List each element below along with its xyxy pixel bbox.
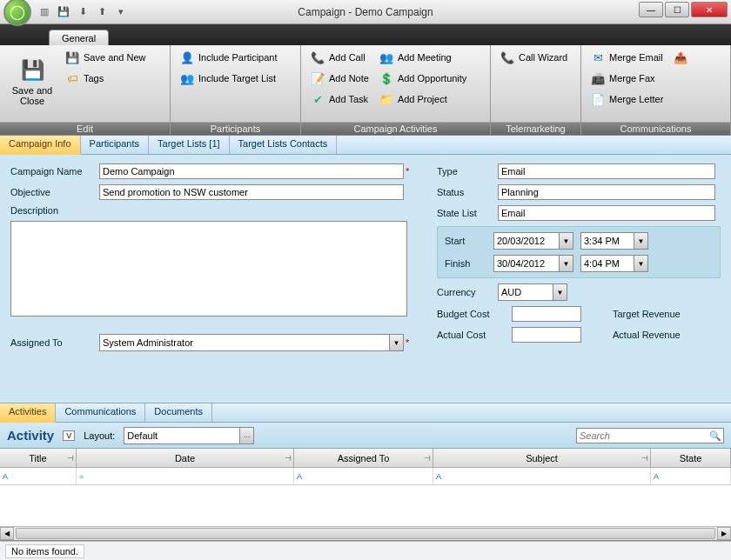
label-budget-cost: Budget Cost	[437, 309, 512, 319]
activity-heading: Activity	[7, 428, 54, 443]
finish-date-picker[interactable]: 30/04/2012▼	[493, 255, 573, 272]
qat-save-icon[interactable]: 💾	[56, 4, 71, 20]
include-target-list-button[interactable]: 👥Include Target List	[176, 69, 282, 88]
label-currency: Currency	[437, 287, 498, 297]
filter-title[interactable]: A	[0, 468, 77, 484]
tab-target-lists[interactable]: Target Lists [1]	[149, 136, 230, 154]
ribbon: 💾 Save and Close 💾Save and New 🏷Tags Edi…	[0, 45, 731, 136]
pin-icon: ⊣	[424, 454, 431, 463]
scroll-left-icon[interactable]: ◀	[0, 527, 14, 540]
titlebar: ◯ ▥ 💾 ⬇ ⬆ ▾ Campaign - Demo Campaign — ☐…	[0, 0, 731, 24]
add-meeting-button[interactable]: 👥Add Meeting	[375, 48, 472, 67]
comm-extra-button[interactable]: 📤	[669, 48, 692, 67]
col-assigned-to[interactable]: Assigned To⊣	[294, 449, 433, 467]
project-icon: 📁	[379, 92, 393, 106]
col-date[interactable]: Date⊣	[77, 449, 294, 467]
merge-email-button[interactable]: ✉Merge Email	[587, 48, 667, 67]
status-input[interactable]	[498, 184, 715, 200]
status-bar: No items found.	[0, 541, 731, 560]
currency-combo[interactable]: AUD▼	[498, 283, 567, 301]
phone-icon: 📞	[311, 50, 325, 64]
save-and-new-button[interactable]: 💾Save and New	[61, 48, 151, 67]
label-campaign-name: Campaign Name	[10, 166, 99, 177]
pin-icon: ⊣	[67, 454, 74, 463]
state-list-input[interactable]	[498, 205, 715, 221]
include-participant-button[interactable]: 👤Include Participant	[176, 48, 282, 67]
fax-icon: 📠	[591, 71, 605, 85]
pin-icon: ⊣	[641, 454, 648, 463]
status-text: No items found.	[5, 544, 84, 558]
scroll-thumb[interactable]	[16, 528, 715, 539]
chevron-down-icon: ▼	[389, 335, 403, 350]
ribbon-tab-general[interactable]: General	[49, 30, 109, 45]
save-and-close-button[interactable]: 💾 Save and Close	[5, 48, 59, 116]
filter-state[interactable]: A	[651, 468, 731, 484]
required-marker	[404, 166, 409, 177]
letter-icon: 📄	[591, 92, 605, 106]
add-project-button[interactable]: 📁Add Project	[375, 90, 472, 109]
merge-fax-button[interactable]: 📠Merge Fax	[587, 69, 667, 88]
description-textarea[interactable]	[10, 221, 407, 317]
tab-activities[interactable]: Activities	[0, 403, 56, 423]
app-orb[interactable]: ◯	[3, 0, 31, 26]
qat-down-icon[interactable]: ⬇	[75, 4, 91, 20]
horizontal-scrollbar[interactable]: ◀ ▶	[0, 526, 731, 540]
people-add-icon: 👥	[180, 71, 194, 85]
person-add-icon: 👤	[180, 50, 194, 64]
add-task-button[interactable]: ✔Add Task	[306, 90, 373, 109]
close-button[interactable]: ✕	[691, 2, 728, 17]
budget-cost-input[interactable]	[512, 306, 581, 322]
add-opportunity-button[interactable]: 💲Add Opportunity	[375, 69, 472, 88]
tab-campaign-info[interactable]: Campaign Info	[0, 136, 81, 155]
add-call-button[interactable]: 📞Add Call	[306, 48, 373, 67]
maximize-button[interactable]: ☐	[665, 2, 689, 17]
pin-icon: ⊣	[285, 454, 292, 463]
activity-view-toggle[interactable]: V	[63, 430, 75, 441]
ribbon-group-edit: 💾 Save and Close 💾Save and New 🏷Tags Edi…	[0, 45, 171, 135]
merge-letter-button[interactable]: 📄Merge Letter	[587, 90, 667, 109]
label-type: Type	[437, 166, 498, 177]
actual-cost-input[interactable]	[512, 327, 581, 343]
col-state[interactable]: State	[651, 449, 731, 467]
window-title: Campaign - Demo Campaign	[298, 6, 433, 18]
tab-documents[interactable]: Documents	[145, 403, 212, 422]
ellipsis-icon: …	[239, 428, 253, 443]
start-date-picker[interactable]: 20/03/2012▼	[493, 232, 573, 250]
chevron-down-icon: ▼	[634, 233, 647, 249]
assigned-to-combo[interactable]: System Administrator▼	[99, 334, 404, 351]
tab-communications[interactable]: Communications	[56, 403, 145, 422]
search-input[interactable]	[576, 428, 724, 443]
opportunity-icon: 💲	[379, 71, 393, 85]
label-actual-revenue: Actual Revenue	[613, 330, 700, 340]
col-subject[interactable]: Subject⊣	[433, 449, 651, 467]
objective-input[interactable]	[99, 184, 404, 200]
email-icon: ✉	[591, 50, 605, 64]
finish-time-picker[interactable]: 4:04 PM▼	[580, 255, 648, 272]
scroll-right-icon[interactable]: ▶	[717, 527, 731, 540]
filter-subject[interactable]: A	[433, 468, 651, 484]
note-icon: 📝	[311, 71, 325, 85]
chevron-down-icon: ▼	[559, 233, 573, 249]
qat-new-icon[interactable]: ▥	[37, 4, 52, 20]
add-note-button[interactable]: 📝Add Note	[306, 69, 373, 88]
send-icon: 📤	[674, 50, 687, 64]
qat-dropdown-icon[interactable]: ▾	[113, 4, 129, 20]
start-time-picker[interactable]: 3:34 PM▼	[580, 232, 648, 250]
grid-body	[0, 485, 731, 526]
filter-assigned[interactable]: A	[294, 468, 433, 484]
tags-button[interactable]: 🏷Tags	[61, 69, 151, 88]
qat-up-icon[interactable]: ⬆	[94, 4, 110, 20]
campaign-form: Campaign Name Objective Description Assi…	[0, 155, 731, 403]
type-input[interactable]	[498, 163, 715, 179]
tab-target-lists-contacts[interactable]: Target Lists Contacts	[230, 136, 338, 154]
col-title[interactable]: Title⊣	[0, 449, 77, 467]
call-wizard-button[interactable]: 📞Call Wizard	[496, 48, 572, 67]
tab-participants[interactable]: Participants	[81, 136, 149, 154]
minimize-button[interactable]: —	[639, 2, 663, 17]
campaign-name-input[interactable]	[99, 163, 404, 179]
filter-date[interactable]: =	[77, 468, 294, 484]
layout-combo[interactable]: Default…	[124, 427, 254, 444]
grid-filter-row: A = A A A	[0, 468, 731, 485]
task-icon: ✔	[311, 92, 325, 106]
search-icon[interactable]: 🔍	[709, 430, 721, 442]
